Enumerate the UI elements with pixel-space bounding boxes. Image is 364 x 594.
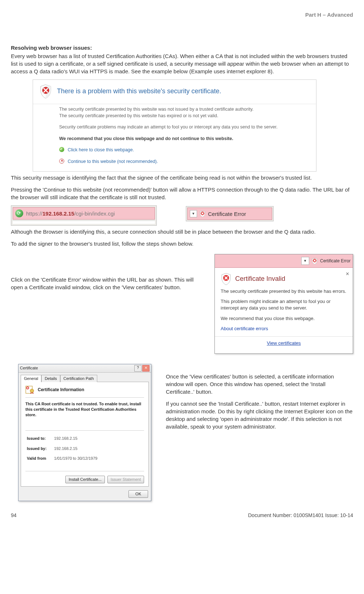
shield-x-icon xyxy=(59,159,64,164)
cert-info-heading: Certificate Information xyxy=(38,387,84,393)
url-bar-figure: https://192.168.2.15/cgi-bin/index.cgi xyxy=(11,205,157,226)
paragraph: If you cannot see the 'Install Certifica… xyxy=(166,400,353,430)
about-cert-errors-link[interactable]: About certificate errors xyxy=(221,325,347,332)
warning-recommend: We recommend that you close this webpage… xyxy=(59,136,310,142)
chevron-down-icon[interactable]: ▾ xyxy=(301,257,309,265)
issued-by-label: Issued by: xyxy=(27,446,53,451)
dialog-title: Certificate xyxy=(20,365,38,371)
close-button[interactable]: ✕ xyxy=(142,365,150,372)
view-certificates-link[interactable]: View certificates xyxy=(267,340,301,346)
paragraph: Although the Browser is identifying this… xyxy=(11,228,353,235)
chevron-down-icon[interactable]: ▾ xyxy=(190,210,197,217)
paragraph: Once the 'View certificates' button is s… xyxy=(166,373,353,396)
issued-to-value: 192.168.2.15 xyxy=(54,436,77,441)
tab-general[interactable]: General xyxy=(21,375,41,382)
url-text: https://192.168.2.15/cgi-bin/index.cgi xyxy=(26,210,115,217)
page-header-part: Part H – Advanced xyxy=(11,11,353,19)
check-icon xyxy=(59,147,64,152)
cert-error-label: Certificate Error xyxy=(208,210,246,218)
popup-text: We recommend that you close this webpage… xyxy=(221,315,347,322)
certificate-dialog: Certificate ? ✕ General Details Certific… xyxy=(18,364,151,501)
cert-error-bar-figure[interactable]: ▾ Certificate Error xyxy=(186,206,274,221)
shield-x-icon xyxy=(199,210,206,217)
paragraph: This security message is identifying the… xyxy=(11,174,353,181)
paragraph: To add the signer to the browser's trust… xyxy=(11,240,353,247)
shield-error-icon xyxy=(221,273,232,285)
tab-details[interactable]: Details xyxy=(41,375,60,382)
continue-website-link[interactable]: Continue to this website (not recommende… xyxy=(68,159,158,164)
warning-line: The security certificate presented by th… xyxy=(59,113,310,119)
close-webpage-link[interactable]: Click here to close this webpage. xyxy=(68,147,134,152)
issued-to-label: Issued to: xyxy=(27,436,53,441)
warning-line: The security certificate presented by th… xyxy=(59,106,310,113)
svg-point-5 xyxy=(30,389,34,393)
help-button[interactable]: ? xyxy=(134,365,142,372)
cert-info-message: This CA Root certificate is not trusted.… xyxy=(25,401,144,418)
certificate-icon xyxy=(25,386,35,394)
close-icon[interactable]: × xyxy=(346,270,349,278)
warning-line: Security certificate problems may indica… xyxy=(59,124,310,131)
issuer-statement-button: Issuer Statement xyxy=(107,476,144,483)
page-number: 94 xyxy=(11,512,17,519)
issued-by-value: 192.168.2.15 xyxy=(54,446,77,451)
valid-from-label: Valid from xyxy=(27,456,53,461)
step-text: Click on the 'Certificate Error' window … xyxy=(11,254,204,291)
cert-invalid-popup: ▾ Certificate Error × Certificate Invali… xyxy=(214,254,353,354)
refresh-icon[interactable] xyxy=(15,209,23,217)
shield-error-icon xyxy=(40,84,52,99)
ie-cert-warning-figure: There is a problem with this website's s… xyxy=(33,79,316,172)
doc-number: Document Number: 0100SM1401 Issue: 10-14 xyxy=(248,512,353,519)
valid-to-value: 30/12/1979 xyxy=(77,456,97,460)
section-title: Resolving web browser issues: xyxy=(11,44,353,52)
popup-title: Certificate Invalid xyxy=(235,274,285,283)
tab-certpath[interactable]: Certification Path xyxy=(60,375,97,382)
install-certificate-button[interactable]: Install Certificate... xyxy=(65,476,105,483)
ok-button[interactable]: OK xyxy=(128,490,148,498)
cert-error-label: Certificate Error xyxy=(320,258,351,264)
shield-x-icon xyxy=(311,258,318,264)
paragraph: Pressing the 'Continue to this website (… xyxy=(11,186,353,201)
popup-text: The security certificate presented by th… xyxy=(221,288,347,295)
intro-paragraph: Every web browser has a list of trusted … xyxy=(11,52,353,75)
popup-text: This problem might indicate an attempt t… xyxy=(221,298,347,311)
warning-title: There is a problem with this website's s… xyxy=(57,87,221,96)
valid-from-value: 1/01/1970 xyxy=(54,456,72,460)
